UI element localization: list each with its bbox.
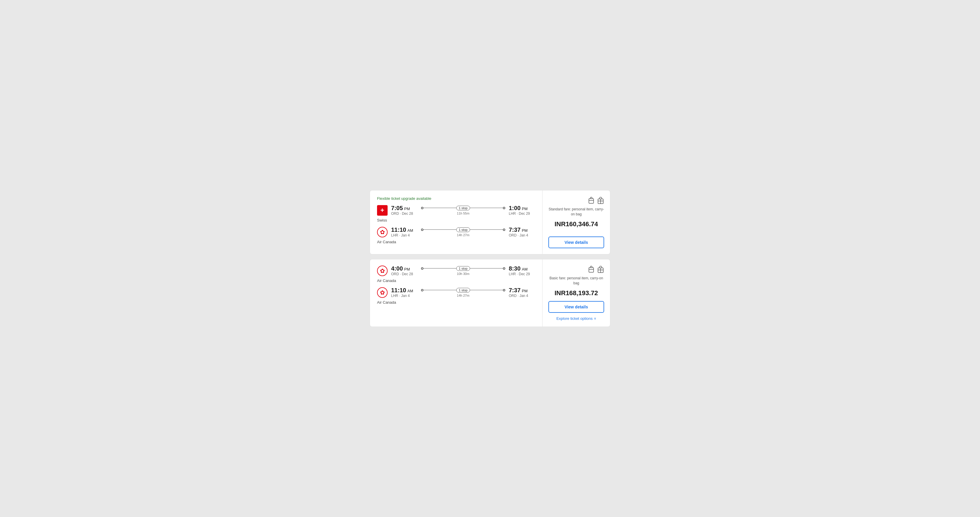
- depart-time-block-2: 4:00 PM ORD · Dec 28: [391, 265, 417, 276]
- duration-2: 10h 30m: [457, 272, 469, 275]
- flight-card-1: Flexible ticket upgrade available 7:05 P…: [370, 190, 610, 255]
- return-duration-2: 14h 27m: [457, 294, 469, 297]
- return-depart-time-block-1: 11:10 AM LHR · Jan 4: [391, 226, 417, 237]
- depart-time-2: 4:00 PM: [391, 265, 417, 272]
- personal-item-icon-1: [588, 196, 595, 205]
- airline-name-return-1: Air Canada: [377, 240, 535, 244]
- fare-label-2: Basic fare: personal item, carry-on bag: [548, 276, 604, 286]
- svg-rect-0: [589, 199, 593, 203]
- carryon-icon-1: [597, 196, 604, 205]
- return-stop-badge-2: 1 stop: [456, 288, 470, 293]
- arrive-time-block-2: 8:30 AM LHR · Dec 29: [509, 265, 535, 276]
- view-details-button-2[interactable]: View details: [548, 301, 604, 313]
- stop-badge-2: 1 stop: [456, 266, 470, 271]
- return-depart-route-1: LHR · Jan 4: [391, 233, 417, 237]
- return-arrive-time-block-1: 7:37 PM ORD · Jan 4: [509, 226, 535, 237]
- route-line-1: 1 stop 11h 55m: [421, 206, 505, 215]
- fare-label-1: Standard fare: personal item, carry-on b…: [548, 207, 604, 217]
- return-arrive-route-2: ORD · Jan 4: [509, 294, 535, 298]
- price-2: INR168,193.72: [555, 289, 598, 297]
- results-container: Flexible ticket upgrade available 7:05 P…: [370, 190, 610, 327]
- aircanada-logo-2-ret: ✿: [377, 287, 388, 298]
- return-depart-route-2: LHR · Jan 4: [391, 294, 417, 298]
- flight-card-1-left: Flexible ticket upgrade available 7:05 P…: [370, 191, 542, 254]
- return-depart-time-block-2: 11:10 AM LHR · Jan 4: [391, 287, 417, 298]
- maple-leaf-2-ret: ✿: [380, 290, 385, 296]
- depart-route-2: ORD · Dec 28: [391, 272, 417, 276]
- return-arrive-time-1: 7:37 PM: [509, 226, 535, 233]
- stop-badge-1: 1 stop: [456, 206, 470, 210]
- return-arrive-time-2: 7:37 PM: [509, 287, 535, 294]
- return-row-1: ✿ 11:10 AM LHR · Jan 4 1 stop: [377, 226, 535, 237]
- chevron-down-icon: ∨: [594, 317, 596, 320]
- swiss-logo-icon: [377, 205, 388, 216]
- outbound-row-1: 7:05 PM ORD · Dec 28 1 stop 11h 55m: [377, 205, 535, 216]
- return-route-line-2: 1 stop 14h 27m: [421, 288, 505, 297]
- flight-card-1-right: Standard fare: personal item, carry-on b…: [542, 191, 610, 254]
- aircanada-logo-icon-2-out: ✿: [377, 266, 388, 276]
- arrive-time-block-1: 1:00 PM LHR · Dec 29: [509, 205, 535, 216]
- airline-name-outbound-2: Air Canada: [377, 278, 535, 283]
- route-line-2: 1 stop 10h 30m: [421, 266, 505, 275]
- flight-card-2-left: ✿ 4:00 PM ORD · Dec 28 1 stop: [370, 259, 542, 326]
- outbound-row-2: ✿ 4:00 PM ORD · Dec 28 1 stop: [377, 265, 535, 276]
- flexible-badge: Flexible ticket upgrade available: [377, 196, 535, 201]
- return-depart-time-2: 11:10 AM: [391, 287, 417, 294]
- return-depart-time-1: 11:10 AM: [391, 226, 417, 233]
- return-duration-1: 14h 27m: [457, 233, 469, 237]
- airline-name-outbound-1: Swiss: [377, 218, 535, 223]
- baggage-icons-2: [548, 265, 604, 274]
- maple-leaf-1: ✿: [380, 229, 385, 235]
- maple-leaf-2-out: ✿: [380, 268, 385, 274]
- duration-1: 11h 55m: [457, 212, 469, 215]
- depart-time-block-1: 7:05 PM ORD · Dec 28: [391, 205, 417, 216]
- airline-name-return-2: Air Canada: [377, 300, 535, 305]
- arrive-time-2: 8:30 AM: [509, 265, 535, 272]
- aircanada-logo-icon-2-ret: ✿: [377, 287, 388, 298]
- view-details-button-1[interactable]: View details: [548, 237, 604, 248]
- return-stop-badge-1: 1 stop: [456, 227, 470, 232]
- depart-route-1: ORD · Dec 28: [391, 212, 417, 216]
- return-arrive-route-1: ORD · Jan 4: [509, 233, 535, 237]
- arrive-route-2: LHR · Dec 29: [509, 272, 535, 276]
- arrive-route-1: LHR · Dec 29: [509, 212, 535, 216]
- flight-card-2-right: Basic fare: personal item, carry-on bag …: [542, 259, 610, 326]
- aircanada-logo-1: ✿: [377, 227, 388, 237]
- baggage-icons-1: [548, 196, 604, 205]
- arrive-time-1: 1:00 PM: [509, 205, 535, 212]
- swiss-logo: [377, 205, 388, 216]
- carryon-icon-2: [597, 265, 604, 274]
- price-1: INR160,346.74: [555, 220, 598, 228]
- return-route-line-1: 1 stop 14h 27m: [421, 227, 505, 237]
- aircanada-logo-2-out: ✿: [377, 266, 388, 276]
- return-row-2: ✿ 11:10 AM LHR · Jan 4 1 stop: [377, 287, 535, 298]
- depart-time-1: 7:05 PM: [391, 205, 417, 212]
- flight-card-2: ✿ 4:00 PM ORD · Dec 28 1 stop: [370, 259, 610, 327]
- personal-item-icon-2: [588, 265, 595, 274]
- explore-ticket-options-link[interactable]: Explore ticket options ∨: [556, 316, 596, 321]
- aircanada-logo-icon-1: ✿: [377, 227, 388, 237]
- svg-rect-5: [589, 267, 593, 272]
- return-arrive-time-block-2: 7:37 PM ORD · Jan 4: [509, 287, 535, 298]
